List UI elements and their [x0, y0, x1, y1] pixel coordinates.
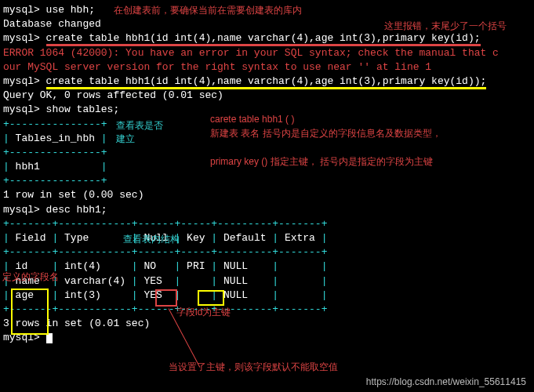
pri-highlight-box	[198, 290, 224, 306]
annotation-field: 定义的字段名	[2, 270, 59, 284]
table-row: | name | varchar(4) | YES | | NULL | |	[3, 274, 531, 289]
annotation-idpk: 字段id为主键	[176, 306, 231, 319]
table-border: +-------+------------+------+-----+-----…	[3, 217, 531, 231]
annotation-pk: primary key () 指定主键， 括号内是指定的字段为主键	[210, 155, 433, 169]
annotation-show: 查看表是否建立	[116, 119, 163, 146]
annotation-carete: carete table hbh1 ( )	[210, 114, 294, 125]
no-highlight-box	[155, 289, 177, 307]
line-prompt[interactable]: mysql>	[3, 331, 531, 345]
annotation-error: 这里报错，末尾少了一个括号	[384, 20, 507, 33]
line-create1: mysql> create table hbh1(id int(4),name …	[3, 31, 531, 45]
field-column-box	[11, 289, 49, 335]
terminal-window: mysql> use hbh; Database changed mysql> …	[0, 0, 534, 349]
line-query-ok: Query OK, 0 rows affected (0.01 sec)	[3, 89, 531, 103]
table-border: +---------------+	[3, 174, 531, 188]
line-rowcount2: 3 rows in set (0.01 sec)	[3, 317, 531, 331]
cursor	[46, 333, 53, 343]
annotation-pk-null: 当设置了主键，则该字段默认不能取空值	[169, 361, 338, 374]
annotation-newtab: 新建表 表名 括号内是自定义的字段信息名及数据类型，	[210, 127, 441, 140]
table-row: | id | int(4) | NO | PRI | NULL | |	[3, 260, 531, 274]
table-border: +-------+------------+------+-----+-----…	[3, 245, 531, 260]
watermark: https://blog.csdn.net/weixin_55611415	[366, 376, 526, 387]
success-underline: create table hbh1(id int(4),name varchar…	[46, 75, 487, 89]
line-desc: mysql> desc hbh1;	[3, 203, 531, 217]
annotation-lib: 在创建表前，要确保当前在需要创建表的库内	[114, 4, 302, 17]
error-underline: create table hbh1(id int(4),name varchar…	[46, 32, 481, 46]
desc-header: | Field | Type | Null | Key | Default | …	[3, 231, 531, 245]
table-border: +-------+------------+------+-----+-----…	[3, 303, 531, 317]
annotation-desc: 查看表内结构	[123, 233, 180, 246]
line-create2: mysql> create table hbh1(id int(4),name …	[3, 74, 531, 89]
line-error2: our MySQL server version for the right s…	[3, 60, 531, 74]
line-error1: ERROR 1064 (42000): You have an error in…	[3, 46, 531, 60]
table-row: | age | int(3) | YES | | NULL | |	[3, 289, 531, 303]
line-rowcount: 1 row in set (0.00 sec)	[3, 188, 531, 202]
